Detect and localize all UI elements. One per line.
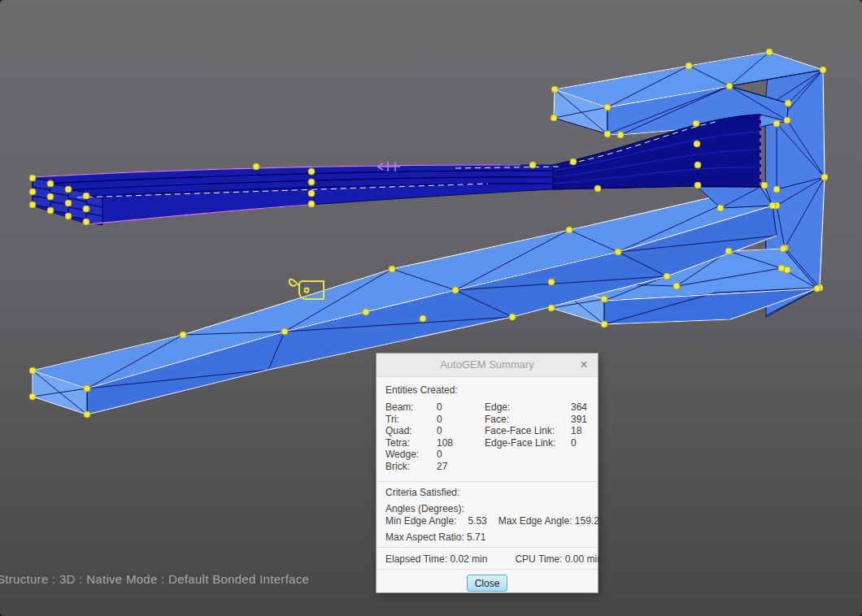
dialog-title-bar[interactable]: AutoGEM Summary × — [377, 354, 598, 377]
separator — [377, 481, 597, 482]
entity-label: Brick: — [385, 461, 437, 473]
entity-value: 391 — [571, 414, 587, 426]
entity-value: 0 — [571, 437, 587, 449]
close-button[interactable]: Close — [467, 575, 507, 592]
max-aspect-ratio-value: 5.71 — [467, 531, 485, 543]
dialog-title: AutoGEM Summary — [440, 358, 534, 371]
edge-angle-line: Min Edge Angle:5.53Max Edge Angle: 159.2… — [385, 515, 605, 527]
entities-table: Beam: 0 Edge: 364 Tri: 0 Face: 391 Quad:… — [385, 401, 587, 473]
entity-label: Tetra: — [385, 437, 437, 449]
max-edge-angle-label: Max Edge Angle: — [498, 515, 572, 527]
entity-label: Quad: — [385, 425, 437, 437]
entity-label: Edge: — [485, 401, 571, 414]
close-icon[interactable]: × — [577, 358, 590, 372]
entity-value: 364 — [571, 401, 587, 414]
elapsed-time-label: Elapsed Time: — [385, 553, 447, 565]
separator — [377, 569, 597, 570]
autogem-summary-dialog: AutoGEM Summary × Entities Created: Beam… — [376, 353, 599, 593]
max-aspect-ratio-label: Max Aspect Ratio: — [385, 531, 464, 543]
max-edge-angle-value: 159.21 — [575, 515, 605, 527]
min-edge-angle-value: 5.53 — [468, 515, 486, 527]
aspect-ratio-line: Max Aspect Ratio: 5.71 — [385, 531, 485, 543]
cpu-time-label: CPU Time: — [515, 553, 562, 565]
graphics-viewport: Structure : 3D : Native Mode : Default B… — [0, 0, 862, 616]
entity-value: 0 — [437, 449, 485, 461]
elapsed-time-value: 0.02 min — [450, 553, 487, 565]
entity-label: Tri: — [385, 414, 437, 426]
entity-label: Wedge: — [385, 449, 437, 461]
cpu-time-value: 0.00 min — [565, 553, 603, 565]
status-bar-text: Structure : 3D : Native Mode : Default B… — [0, 572, 309, 586]
entity-value: 18 — [571, 425, 587, 437]
entity-label: Face-Face Link: — [485, 425, 571, 437]
min-edge-angle-label: Min Edge Angle: — [385, 515, 456, 527]
entity-label: Beam: — [385, 401, 437, 414]
entities-heading: Entities Created: — [385, 384, 458, 396]
entity-value: 0 — [437, 414, 485, 426]
separator — [377, 547, 597, 548]
entity-value: 0 — [437, 401, 485, 414]
time-line: Elapsed Time: 0.02 minCPU Time: 0.00 min — [385, 553, 603, 565]
entity-value: 27 — [437, 461, 485, 473]
entity-label: Face: — [485, 414, 571, 426]
angles-heading: Angles (Degrees): — [385, 503, 464, 514]
entity-label: Edge-Face Link: — [485, 437, 571, 449]
criteria-heading: Criteria Satisfied: — [385, 487, 459, 498]
entity-value: 108 — [437, 437, 485, 449]
entity-value: 0 — [437, 425, 485, 437]
